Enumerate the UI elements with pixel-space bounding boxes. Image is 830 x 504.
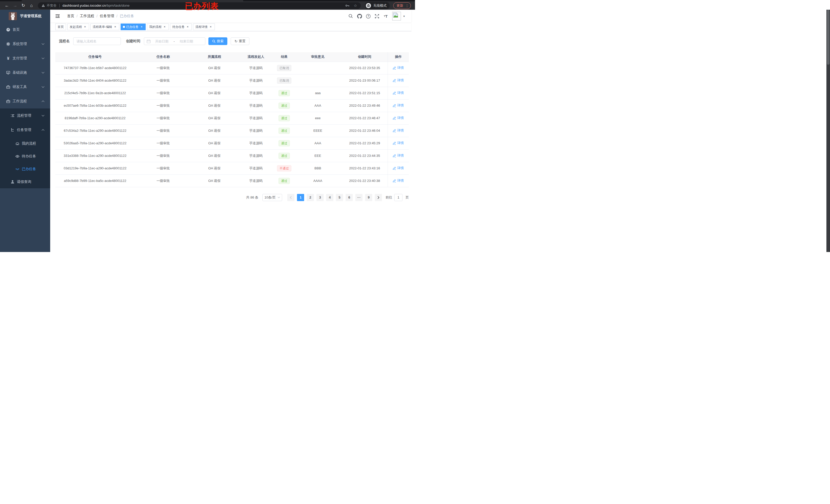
edit-icon [393, 104, 396, 107]
tags-view-tab[interactable]: 首页 [55, 24, 66, 30]
reset-button[interactable]: ↻ 重置 [231, 37, 249, 45]
detail-link[interactable]: 详情 [393, 178, 404, 183]
date-range-picker[interactable]: - [144, 37, 205, 45]
page-number-button[interactable]: 2 [307, 194, 314, 201]
help-icon[interactable]: ? [365, 13, 371, 19]
avatar-dropdown-icon[interactable]: ▾ [403, 14, 405, 18]
result-tag: 已取消 [277, 65, 291, 71]
detail-link-label: 详情 [397, 66, 404, 70]
home-icon[interactable]: ⌂ [28, 2, 35, 9]
tab-close-icon[interactable]: × [114, 24, 117, 30]
fullscreen-icon[interactable] [374, 13, 379, 19]
cell-task-name: 一级审批 [135, 124, 191, 137]
sidebar-item-leave-query[interactable]: 请假查询 [0, 175, 50, 188]
sidebar-item-workflow[interactable]: 工作流程 [0, 94, 50, 108]
result-tag: 通过 [279, 153, 290, 159]
detail-link[interactable]: 详情 [393, 153, 404, 158]
end-date-input[interactable] [175, 39, 198, 43]
detail-link[interactable]: 详情 [393, 166, 404, 170]
cell-comment: EEE [294, 149, 342, 162]
tags-view-tab[interactable]: 发起流程 × [67, 24, 89, 30]
sidebar-item-todo-tasks[interactable]: 待办任务 [0, 150, 50, 163]
tab-close-icon[interactable]: × [140, 24, 143, 30]
key-icon[interactable] [345, 3, 350, 8]
back-icon[interactable]: ← [4, 2, 10, 9]
tab-label: 待办任务 [172, 24, 185, 30]
tags-view-tab[interactable]: 已办任务 × [121, 24, 146, 30]
search-button[interactable]: 搜索 [209, 37, 227, 45]
tab-close-icon[interactable]: × [209, 24, 213, 30]
cell-task-id: 03d1219e-7b9a-11ec-a290-acde48001122 [55, 162, 135, 174]
start-date-input[interactable] [151, 39, 173, 43]
page-number-button[interactable]: 6 [346, 194, 353, 201]
cell-task-id: 3adac3d2-7b9d-11ec-8404-acde48001122 [55, 74, 135, 87]
chevron-down-icon [41, 57, 44, 59]
detail-link-label: 详情 [397, 141, 404, 145]
process-name-input[interactable] [73, 37, 121, 45]
breadcrumb: 首页 / 工作流程 / 任务管理 / 已办任务 [67, 14, 134, 19]
tab-close-icon[interactable]: × [186, 24, 189, 30]
edit-icon [393, 167, 396, 170]
page-size-select[interactable]: 10条/页 [262, 194, 282, 201]
sidebar-logo-row[interactable]: 芋道管理系统 [0, 10, 50, 23]
page-number-button[interactable]: 1 [297, 194, 304, 201]
detail-link[interactable]: 详情 [393, 78, 404, 82]
breadcrumb-workflow[interactable]: 工作流程 [80, 14, 94, 19]
tab-close-icon[interactable]: × [83, 24, 87, 30]
github-icon[interactable] [357, 13, 362, 19]
bookmark-star-icon[interactable]: ☆ [354, 3, 357, 8]
sidebar-item-devtools[interactable]: 研发工具 [0, 80, 50, 94]
sidebar-item-task-mgmt[interactable]: 任务管理 [0, 123, 50, 137]
detail-link[interactable]: 详情 [393, 66, 404, 70]
page-number-button[interactable]: 9 [365, 194, 372, 201]
tags-view-tab[interactable]: 待办任务 × [170, 24, 192, 30]
sidebar-item-home[interactable]: 首页 [0, 23, 50, 37]
page-number-button[interactable]: ··· [355, 194, 362, 201]
page-number-button[interactable]: 3 [316, 194, 324, 201]
sidebar-item-infra[interactable]: 基础设施 [0, 66, 50, 80]
page-number-button[interactable]: 4 [326, 194, 333, 201]
prev-page-button[interactable] [287, 194, 294, 201]
flow-icon [10, 128, 14, 132]
next-page-button[interactable] [375, 194, 382, 201]
breadcrumb-task-mgmt[interactable]: 任务管理 [100, 14, 114, 19]
table-row: ec507ae6-7b9a-11ec-b03b-acde48001122 一级审… [55, 99, 409, 112]
sidebar-item-label: 首页 [12, 27, 20, 32]
reload-icon[interactable]: ↻ [20, 2, 27, 9]
detail-link[interactable]: 详情 [393, 91, 404, 95]
cell-process: OA 请假 [191, 124, 237, 137]
tags-view-tab[interactable]: 流程表单-编辑 × [90, 24, 119, 30]
tags-view-tab[interactable]: 我的流程 × [147, 24, 169, 30]
sidebar-item-done-tasks[interactable]: 已办任务 [0, 163, 50, 175]
page-number-button[interactable]: 5 [336, 194, 343, 201]
browser-update-button[interactable]: 更新 ⋮ [393, 2, 411, 9]
detail-link[interactable]: 详情 [393, 103, 404, 108]
detail-link[interactable]: 详情 [393, 141, 404, 145]
sidebar-item-my-process[interactable]: 我的流程 [0, 137, 50, 150]
sidebar-item-label: 待办任务 [22, 154, 36, 159]
edit-icon [393, 154, 396, 157]
sidebar-item-payment[interactable]: ¥ 支付管理 [0, 51, 50, 66]
sidebar-fold-icon[interactable] [55, 14, 60, 18]
app-logo [9, 12, 17, 20]
table-body: 74736737-7b9b-11ec-b5b7-acde48001122 一级审… [55, 62, 409, 187]
sidebar-item-label: 工作流程 [12, 99, 27, 104]
avatar[interactable] [392, 12, 401, 21]
tab-close-icon[interactable]: × [163, 24, 166, 30]
sidebar-item-label: 任务管理 [17, 128, 31, 132]
sidebar-item-system[interactable]: 系统管理 [0, 37, 50, 51]
detail-link[interactable]: 详情 [393, 128, 404, 133]
goto-page-input[interactable] [394, 194, 403, 201]
browser-menu-icon[interactable]: ⋮ [405, 4, 409, 8]
tags-view-tab[interactable]: 流程详情 × [193, 24, 215, 30]
breadcrumb-home[interactable]: 首页 [67, 14, 74, 19]
search-icon[interactable] [348, 13, 353, 19]
detail-link[interactable]: 详情 [393, 115, 404, 120]
breadcrumb-separator: / [76, 14, 77, 18]
incognito-label: 无痕模式 [373, 3, 387, 8]
cell-process: OA 请假 [191, 174, 237, 187]
cell-task-id: 53026aa5-7b9a-11ec-a290-acde48001122 [55, 137, 135, 149]
sidebar-item-process-mgmt[interactable]: 流程管理 [0, 108, 50, 123]
forward-icon[interactable]: → [12, 2, 19, 9]
font-size-icon[interactable]: TT [383, 13, 388, 19]
